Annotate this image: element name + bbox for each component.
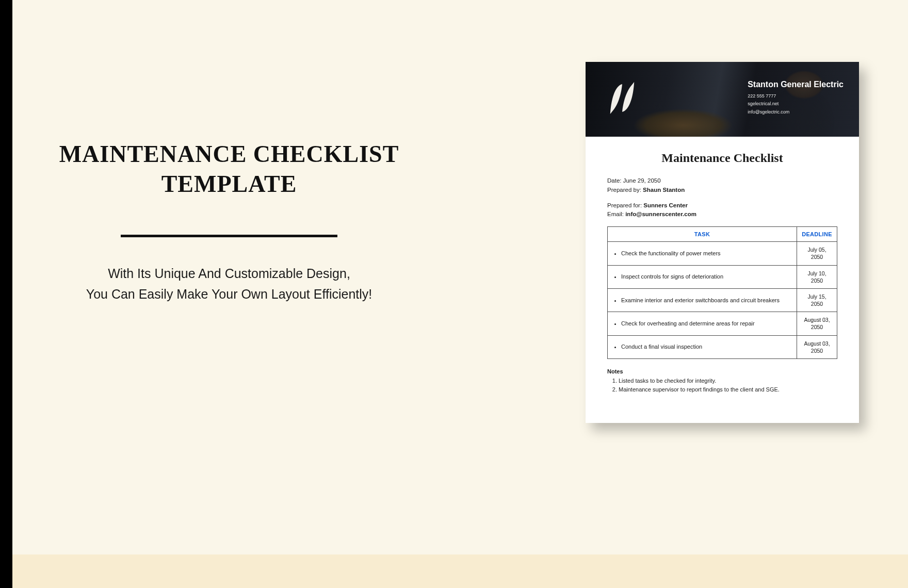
notes-item: Maintenance supervisor to report finding… xyxy=(619,385,837,394)
task-cell: Check the functionality of power meters xyxy=(608,242,797,265)
deadline-cell: August 03, 2050 xyxy=(797,335,837,358)
task-text: Check for overheating and determine area… xyxy=(621,320,792,328)
document-body: Maintenance Checklist Date: June 29, 205… xyxy=(586,137,859,394)
task-cell: Conduct a final visual inspection xyxy=(608,335,797,358)
bottom-accent-strip xyxy=(12,554,908,588)
title-line-2: TEMPLATE xyxy=(161,171,297,197)
client-email-value: info@sunnerscenter.com xyxy=(625,211,696,217)
left-black-bar xyxy=(0,0,12,588)
prepared-for-line: Prepared for: Sunners Center xyxy=(607,201,837,210)
task-cell: Examine interior and exterior switchboar… xyxy=(608,288,797,312)
subtitle-line-1: With Its Unique And Customizable Design, xyxy=(108,266,350,281)
task-text: Check the functionality of power meters xyxy=(621,250,792,257)
client-email-line: Email: info@sunnerscenter.com xyxy=(607,210,837,219)
company-logo-icon xyxy=(607,80,637,116)
task-header: TASK xyxy=(608,227,797,242)
task-text: Inspect controls for signs of deteriorat… xyxy=(621,273,792,281)
notes-list: Listed tasks to be checked for integrity… xyxy=(607,377,837,394)
page-subtitle: With Its Unique And Customizable Design,… xyxy=(43,263,415,304)
table-header-row: TASK DEADLINE xyxy=(608,227,837,242)
deadline-cell: July 10, 2050 xyxy=(797,265,837,288)
prepared-by-label: Prepared by: xyxy=(607,187,643,193)
canvas: MAINTENANCE CHECKLIST TEMPLATE With Its … xyxy=(12,0,908,588)
deadline-cell: August 03, 2050 xyxy=(797,312,837,335)
date-label: Date: xyxy=(607,177,623,184)
company-phone: 222 555 7777 xyxy=(748,92,844,100)
prepared-for-label: Prepared for: xyxy=(607,202,643,208)
table-row: Check for overheating and determine area… xyxy=(608,312,837,335)
date-line: Date: June 29, 2050 xyxy=(607,176,837,186)
table-row: Inspect controls for signs of deteriorat… xyxy=(608,265,837,288)
title-line-1: MAINTENANCE CHECKLIST xyxy=(59,141,399,167)
document-preview: Stanton General Electric 222 555 7777 sg… xyxy=(586,62,859,423)
notes-item: Listed tasks to be checked for integrity… xyxy=(619,377,837,385)
document-hero: Stanton General Electric 222 555 7777 sg… xyxy=(586,62,859,137)
marketing-copy: MAINTENANCE CHECKLIST TEMPLATE With Its … xyxy=(43,139,415,304)
table-row: Examine interior and exterior switchboar… xyxy=(608,288,837,312)
title-divider xyxy=(121,235,337,237)
client-email-label: Email: xyxy=(607,211,625,217)
company-site: sgelectrical.net xyxy=(748,100,844,108)
deadline-header: DEADLINE xyxy=(797,227,837,242)
company-name: Stanton General Electric xyxy=(748,80,844,89)
company-email: info@sgelectric.com xyxy=(748,108,844,116)
notes-title: Notes xyxy=(607,368,837,374)
meta-group-author: Date: June 29, 2050 Prepared by: Shaun S… xyxy=(607,176,837,195)
deadline-cell: July 15, 2050 xyxy=(797,288,837,312)
task-cell: Inspect controls for signs of deteriorat… xyxy=(608,265,797,288)
meta-group-client: Prepared for: Sunners Center Email: info… xyxy=(607,201,837,220)
subtitle-line-2: You Can Easily Make Your Own Layout Effi… xyxy=(86,287,372,301)
tasks-table: TASK DEADLINE Check the functionality of… xyxy=(607,226,837,359)
prepared-by-value: Shaun Stanton xyxy=(643,187,685,193)
task-text: Conduct a final visual inspection xyxy=(621,343,792,351)
deadline-cell: July 05, 2050 xyxy=(797,242,837,265)
table-row: Conduct a final visual inspection August… xyxy=(608,335,837,358)
task-text: Examine interior and exterior switchboar… xyxy=(621,297,792,304)
prepared-by-line: Prepared by: Shaun Stanton xyxy=(607,186,837,195)
document-title: Maintenance Checklist xyxy=(607,151,837,165)
date-value: June 29, 2050 xyxy=(623,177,661,184)
notes-section: Notes Listed tasks to be checked for int… xyxy=(607,368,837,394)
company-info: Stanton General Electric 222 555 7777 sg… xyxy=(748,80,844,116)
page-title: MAINTENANCE CHECKLIST TEMPLATE xyxy=(43,139,415,199)
prepared-for-value: Sunners Center xyxy=(643,202,688,208)
task-cell: Check for overheating and determine area… xyxy=(608,312,797,335)
table-row: Check the functionality of power meters … xyxy=(608,242,837,265)
